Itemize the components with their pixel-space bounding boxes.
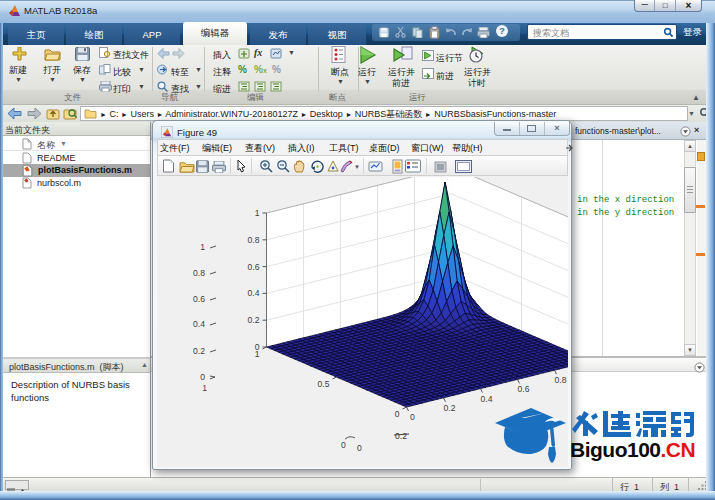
svg-text:0: 0 <box>395 409 400 419</box>
svg-text:0: 0 <box>200 372 205 382</box>
svg-text:0: 0 <box>357 443 362 453</box>
svg-text:0.6: 0.6 <box>248 262 260 272</box>
svg-text:0.5: 0.5 <box>318 379 330 389</box>
svg-text:0.8: 0.8 <box>193 268 205 278</box>
svg-text:1: 1 <box>200 242 205 252</box>
svg-text:0.2: 0.2 <box>444 403 456 413</box>
svg-text:0: 0 <box>410 412 415 422</box>
svg-text:0: 0 <box>341 440 346 450</box>
svg-text:0.2: 0.2 <box>395 431 407 441</box>
svg-text:0.6: 0.6 <box>193 294 205 304</box>
svg-text:0.4: 0.4 <box>248 288 260 298</box>
svg-text:0.4: 0.4 <box>193 319 205 329</box>
svg-text:0.4: 0.4 <box>481 394 493 404</box>
svg-text:0.8: 0.8 <box>555 375 567 385</box>
svg-text:0.2: 0.2 <box>193 346 205 356</box>
svg-text:1: 1 <box>255 349 260 359</box>
svg-text:0.2: 0.2 <box>248 315 260 325</box>
svg-text:0.8: 0.8 <box>248 235 260 245</box>
svg-text:1: 1 <box>255 208 260 218</box>
svg-text:1: 1 <box>202 383 207 393</box>
svg-text:0.6: 0.6 <box>518 384 530 394</box>
